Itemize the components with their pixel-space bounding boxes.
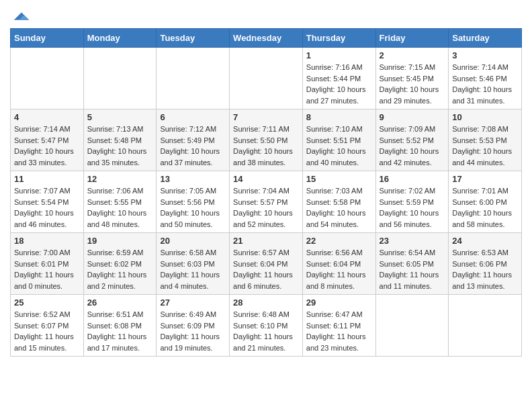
day-number: 25: [14, 298, 80, 308]
day-info: Sunrise: 7:12 AMSunset: 5:49 PMDaylight:…: [160, 124, 226, 168]
day-number: 10: [452, 112, 518, 122]
calendar-cell: [157, 48, 230, 109]
day-info: Sunrise: 6:57 AMSunset: 6:04 PMDaylight:…: [233, 247, 299, 291]
day-info: Sunrise: 7:04 AMSunset: 5:57 PMDaylight:…: [233, 185, 299, 230]
calendar-cell: 13Sunrise: 7:05 AMSunset: 5:56 PMDayligh…: [157, 171, 230, 233]
header: [10, 7, 522, 23]
day-number: 4: [14, 112, 80, 122]
day-info: Sunrise: 7:01 AMSunset: 6:00 PMDaylight:…: [452, 185, 518, 230]
day-info: Sunrise: 7:03 AMSunset: 5:58 PMDaylight:…: [306, 185, 372, 230]
calendar-cell: 4Sunrise: 7:14 AMSunset: 5:47 PMDaylight…: [11, 109, 84, 171]
day-info: Sunrise: 7:14 AMSunset: 5:47 PMDaylight:…: [14, 124, 80, 168]
day-number: 21: [233, 236, 299, 246]
day-number: 19: [87, 236, 153, 246]
day-info: Sunrise: 7:13 AMSunset: 5:48 PMDaylight:…: [87, 124, 153, 168]
calendar-header-row: SundayMondayTuesdayWednesdayThursdayFrid…: [11, 29, 522, 48]
day-info: Sunrise: 7:06 AMSunset: 5:55 PMDaylight:…: [87, 185, 153, 230]
calendar-cell: 10Sunrise: 7:08 AMSunset: 5:53 PMDayligh…: [449, 109, 522, 171]
day-info: Sunrise: 6:58 AMSunset: 6:03 PMDaylight:…: [160, 247, 226, 291]
day-info: Sunrise: 7:10 AMSunset: 5:51 PMDaylight:…: [306, 124, 372, 168]
calendar-cell: [449, 295, 522, 357]
day-info: Sunrise: 7:08 AMSunset: 5:53 PMDaylight:…: [452, 124, 518, 168]
calendar-cell: 8Sunrise: 7:10 AMSunset: 5:51 PMDaylight…: [302, 109, 375, 171]
calendar-cell: 11Sunrise: 7:07 AMSunset: 5:54 PMDayligh…: [11, 171, 84, 233]
day-number: 13: [160, 174, 226, 184]
day-number: 15: [306, 174, 372, 184]
calendar-cell: 1Sunrise: 7:16 AMSunset: 5:44 PMDaylight…: [302, 48, 375, 109]
calendar-cell: [11, 48, 84, 109]
day-number: 11: [14, 174, 80, 184]
calendar-cell: 28Sunrise: 6:48 AMSunset: 6:10 PMDayligh…: [230, 295, 303, 357]
calendar-week-row: 18Sunrise: 7:00 AMSunset: 6:01 PMDayligh…: [11, 233, 522, 295]
day-info: Sunrise: 6:49 AMSunset: 6:09 PMDaylight:…: [160, 309, 226, 353]
day-number: 1: [306, 50, 372, 60]
day-number: 23: [380, 236, 445, 246]
calendar-cell: 9Sunrise: 7:09 AMSunset: 5:52 PMDaylight…: [375, 109, 449, 171]
day-info: Sunrise: 7:02 AMSunset: 5:59 PMDaylight:…: [380, 185, 445, 230]
day-info: Sunrise: 7:15 AMSunset: 5:45 PMDaylight:…: [380, 62, 445, 106]
day-info: Sunrise: 6:59 AMSunset: 6:02 PMDaylight:…: [87, 247, 153, 291]
day-number: 14: [233, 174, 299, 184]
day-number: 8: [306, 112, 372, 122]
calendar-week-row: 1Sunrise: 7:16 AMSunset: 5:44 PMDaylight…: [11, 48, 522, 109]
day-number: 16: [380, 174, 445, 184]
logo: [10, 9, 32, 23]
day-info: Sunrise: 6:52 AMSunset: 6:07 PMDaylight:…: [14, 309, 80, 353]
day-number: 12: [87, 174, 153, 184]
calendar-cell: 23Sunrise: 6:54 AMSunset: 6:05 PMDayligh…: [375, 233, 449, 295]
logo-icon: [11, 9, 32, 23]
day-info: Sunrise: 7:14 AMSunset: 5:46 PMDaylight:…: [452, 62, 518, 106]
day-number: 5: [87, 112, 153, 122]
calendar-week-row: 4Sunrise: 7:14 AMSunset: 5:47 PMDaylight…: [11, 109, 522, 171]
day-info: Sunrise: 7:05 AMSunset: 5:56 PMDaylight:…: [160, 185, 226, 230]
calendar-cell: 25Sunrise: 6:52 AMSunset: 6:07 PMDayligh…: [11, 295, 84, 357]
day-number: 24: [452, 236, 518, 246]
calendar-header-tuesday: Tuesday: [157, 29, 230, 48]
day-info: Sunrise: 6:47 AMSunset: 6:11 PMDaylight:…: [306, 309, 372, 353]
calendar-header-friday: Friday: [375, 29, 449, 48]
calendar-cell: 12Sunrise: 7:06 AMSunset: 5:55 PMDayligh…: [83, 171, 157, 233]
calendar-week-row: 25Sunrise: 6:52 AMSunset: 6:07 PMDayligh…: [11, 295, 522, 357]
day-info: Sunrise: 6:53 AMSunset: 6:06 PMDaylight:…: [452, 247, 518, 291]
calendar-cell: [230, 48, 303, 109]
calendar-cell: 24Sunrise: 6:53 AMSunset: 6:06 PMDayligh…: [449, 233, 522, 295]
day-info: Sunrise: 7:16 AMSunset: 5:44 PMDaylight:…: [306, 62, 372, 106]
day-number: 9: [380, 112, 445, 122]
calendar-cell: 19Sunrise: 6:59 AMSunset: 6:02 PMDayligh…: [83, 233, 157, 295]
day-number: 27: [160, 298, 226, 308]
day-number: 20: [160, 236, 226, 246]
calendar-cell: 15Sunrise: 7:03 AMSunset: 5:58 PMDayligh…: [302, 171, 375, 233]
day-info: Sunrise: 7:07 AMSunset: 5:54 PMDaylight:…: [14, 185, 80, 230]
day-info: Sunrise: 6:54 AMSunset: 6:05 PMDaylight:…: [380, 247, 445, 291]
day-number: 6: [160, 112, 226, 122]
day-number: 17: [452, 174, 518, 184]
day-info: Sunrise: 7:11 AMSunset: 5:50 PMDaylight:…: [233, 124, 299, 168]
calendar-cell: 5Sunrise: 7:13 AMSunset: 5:48 PMDaylight…: [83, 109, 157, 171]
day-info: Sunrise: 6:51 AMSunset: 6:08 PMDaylight:…: [87, 309, 153, 353]
day-number: 18: [14, 236, 80, 246]
day-number: 2: [380, 50, 445, 60]
calendar-cell: 3Sunrise: 7:14 AMSunset: 5:46 PMDaylight…: [449, 48, 522, 109]
day-number: 22: [306, 236, 372, 246]
calendar-cell: [375, 295, 449, 357]
calendar-table: SundayMondayTuesdayWednesdayThursdayFrid…: [10, 28, 522, 357]
day-info: Sunrise: 7:00 AMSunset: 6:01 PMDaylight:…: [14, 247, 80, 291]
calendar-header-monday: Monday: [83, 29, 157, 48]
calendar-cell: 21Sunrise: 6:57 AMSunset: 6:04 PMDayligh…: [230, 233, 303, 295]
day-info: Sunrise: 7:09 AMSunset: 5:52 PMDaylight:…: [380, 124, 445, 168]
calendar-header-saturday: Saturday: [449, 29, 522, 48]
day-number: 26: [87, 298, 153, 308]
day-number: 3: [452, 50, 518, 60]
calendar-cell: 17Sunrise: 7:01 AMSunset: 6:00 PMDayligh…: [449, 171, 522, 233]
calendar-cell: 14Sunrise: 7:04 AMSunset: 5:57 PMDayligh…: [230, 171, 303, 233]
calendar-cell: 2Sunrise: 7:15 AMSunset: 5:45 PMDaylight…: [375, 48, 449, 109]
calendar-cell: 20Sunrise: 6:58 AMSunset: 6:03 PMDayligh…: [157, 233, 230, 295]
day-number: 7: [233, 112, 299, 122]
calendar-cell: 29Sunrise: 6:47 AMSunset: 6:11 PMDayligh…: [302, 295, 375, 357]
day-info: Sunrise: 6:48 AMSunset: 6:10 PMDaylight:…: [233, 309, 299, 353]
calendar-cell: 6Sunrise: 7:12 AMSunset: 5:49 PMDaylight…: [157, 109, 230, 171]
calendar-header-thursday: Thursday: [302, 29, 375, 48]
calendar-cell: 27Sunrise: 6:49 AMSunset: 6:09 PMDayligh…: [157, 295, 230, 357]
calendar-cell: 16Sunrise: 7:02 AMSunset: 5:59 PMDayligh…: [375, 171, 449, 233]
day-number: 29: [306, 298, 372, 308]
